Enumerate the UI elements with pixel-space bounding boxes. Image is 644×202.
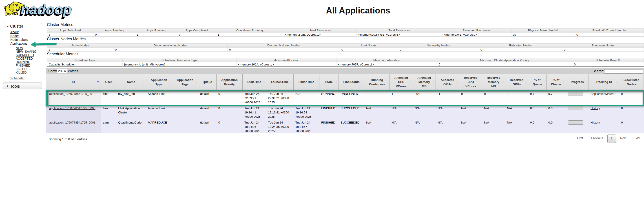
svg-text:hadoop: hadoop (21, 1, 72, 17)
